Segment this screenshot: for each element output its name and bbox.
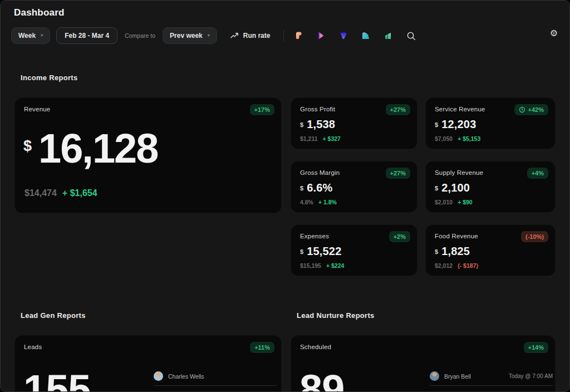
compare-select-value: Prev week — [170, 32, 203, 40]
previous-value: $2,010 — [435, 199, 453, 205]
change-badge: (-10%) — [521, 231, 548, 242]
previous-value: $7,050 — [435, 135, 453, 142]
metric-value: $ 1,825 — [435, 245, 470, 258]
delta-value: + $224 — [326, 262, 344, 269]
comparison-row: 4.8% + 1.8% — [300, 199, 337, 205]
assignee-name: Charles Wells — [168, 373, 204, 380]
dashboard-window: Dashboard Week ▾ Feb 28 - Mar 4 Compare … — [0, 0, 570, 392]
change-badge: +17% — [250, 104, 274, 115]
currency-symbol: $ — [435, 248, 438, 255]
compare-select[interactable]: Prev week ▾ — [163, 27, 217, 44]
previous-value: $15,195 — [300, 262, 321, 269]
integration-blob-icon[interactable] — [294, 31, 303, 40]
period-select-value: Week — [18, 32, 36, 40]
trending-up-icon — [230, 32, 239, 39]
service-revenue-card[interactable]: Service Revenue +42% $ 12,203 $7,050 + $… — [425, 97, 556, 149]
scheduled-time: Today @ 7:00 AM — [509, 373, 553, 379]
gross-margin-card[interactable]: Gross Margin +27% $ 6.6% 4.8% + 1.8% — [291, 161, 417, 213]
metric-value-number: 155 — [23, 369, 90, 392]
change-badge: +42% — [514, 104, 548, 115]
gross-profit-card[interactable]: Gross Profit +27% $ 1,538 $1,211 + $327 — [291, 97, 417, 149]
metric-value-number: 15,522 — [307, 245, 341, 258]
chevron-down-icon: ▾ — [41, 33, 43, 38]
expenses-card[interactable]: Expenses +2% $ 15,522 $15,195 + $224 — [291, 224, 417, 276]
currency-symbol: $ — [300, 185, 303, 192]
scheduled-card[interactable]: Scheduled +14% 89 Bryan Bell Today @ 7:0… — [291, 335, 556, 392]
metric-label: Leads — [24, 344, 42, 350]
metric-value: $ 16,128 — [23, 128, 158, 169]
food-revenue-card[interactable]: Food Revenue (-10%) $ 1,825 $2,012 (- $1… — [425, 224, 556, 276]
metric-value: $ 12,203 — [435, 118, 476, 131]
metric-value-number: 16,128 — [38, 128, 158, 169]
metric-value-number: 6.6% — [307, 182, 332, 194]
metric-value: $ 1,538 — [300, 118, 335, 131]
date-range-label: Feb 28 - Mar 4 — [65, 32, 109, 40]
currency-symbol: $ — [435, 185, 438, 192]
assignee-row[interactable]: Bryan Bell Today @ 7:00 AM — [430, 367, 553, 386]
comparison-row: $1,211 + $327 — [300, 135, 341, 142]
supply-revenue-card[interactable]: Supply Revenue +4% $ 2,100 $2,010 + $90 — [425, 161, 556, 213]
comparison-row: $2,010 + $90 — [435, 199, 473, 205]
comparison-row: $15,195 + $224 — [300, 262, 344, 269]
change-badge: +27% — [386, 168, 410, 179]
toolbar-divider — [283, 30, 284, 42]
metric-value: $ 6.6% — [300, 182, 333, 194]
integration-cone-icon[interactable] — [339, 31, 348, 40]
metric-label: Expenses — [300, 233, 329, 239]
lead-gen-reports-heading: Lead Gen Reports — [21, 311, 86, 320]
metric-label: Scheduled — [300, 344, 331, 350]
date-range-button[interactable]: Feb 28 - Mar 4 — [56, 27, 117, 44]
metric-label: Gross Margin — [300, 169, 340, 176]
comparison-row: $14,474 + $1,654 — [24, 188, 97, 198]
delta-value: + $5,153 — [458, 135, 480, 142]
change-badge: +11% — [250, 342, 274, 353]
compare-to-label: Compare to — [125, 32, 155, 39]
change-badge: +4% — [527, 168, 548, 179]
metric-value: $ 2,100 — [435, 182, 470, 194]
metric-label: Revenue — [24, 106, 50, 112]
income-reports-heading: Income Reports — [21, 74, 77, 82]
delta-value: (- $187) — [458, 262, 478, 269]
metric-label: Food Revenue — [435, 233, 478, 239]
previous-value: $2,012 — [435, 262, 453, 269]
search-icon[interactable] — [406, 31, 416, 41]
badge-clock-icon — [519, 106, 525, 113]
change-badge-text: +42% — [528, 106, 544, 113]
metric-label: Supply Revenue — [435, 169, 483, 176]
metric-value-number: 12,203 — [441, 118, 476, 131]
metric-value-number: 1,538 — [307, 118, 335, 131]
delta-value: + 1.8% — [318, 199, 337, 205]
run-rate-label: Run rate — [243, 32, 271, 40]
assignee-name: Bryan Bell — [444, 373, 471, 380]
run-rate-toggle[interactable]: Run rate — [230, 32, 271, 40]
metric-value-number: 1,825 — [441, 245, 470, 258]
delta-value: + $90 — [458, 199, 473, 205]
toolbar: Week ▾ Feb 28 - Mar 4 Compare to Prev we… — [11, 27, 416, 44]
metric-value: $ 15,522 — [300, 245, 342, 258]
comparison-row: $7,050 + $5,153 — [435, 135, 480, 142]
currency-symbol: $ — [435, 121, 438, 128]
metric-value-number: 89 — [299, 369, 344, 392]
income-metric-grid: Gross Profit +27% $ 1,538 $1,211 + $327 … — [291, 97, 556, 276]
period-select[interactable]: Week ▾ — [11, 27, 50, 44]
settings-gear-icon[interactable]: ⚙ — [550, 29, 558, 38]
revenue-card[interactable]: Revenue +17% $ 16,128 $14,474 + $1,654 — [14, 97, 282, 213]
previous-value: 4.8% — [300, 199, 313, 205]
currency-symbol: $ — [300, 121, 303, 128]
lead-nurture-reports-heading: Lead Nurture Reports — [297, 311, 375, 320]
currency-symbol: $ — [23, 138, 32, 169]
previous-value: $1,211 — [300, 135, 318, 142]
delta-value: + $1,654 — [62, 188, 97, 198]
integration-chart-icon[interactable] — [384, 31, 392, 40]
leads-card[interactable]: Leads +11% 155 Charles Wells — [14, 335, 282, 392]
integration-fin-icon[interactable] — [361, 31, 370, 40]
avatar — [154, 371, 163, 381]
change-badge: +14% — [524, 342, 548, 353]
integration-play-icon[interactable] — [317, 31, 326, 40]
integration-icons — [294, 31, 392, 40]
delta-value: + $327 — [323, 135, 341, 142]
metric-label: Gross Profit — [300, 106, 335, 112]
comparison-row: $2,012 (- $187) — [435, 262, 478, 269]
assignee-row[interactable]: Charles Wells — [154, 367, 277, 386]
currency-symbol: $ — [300, 248, 303, 255]
